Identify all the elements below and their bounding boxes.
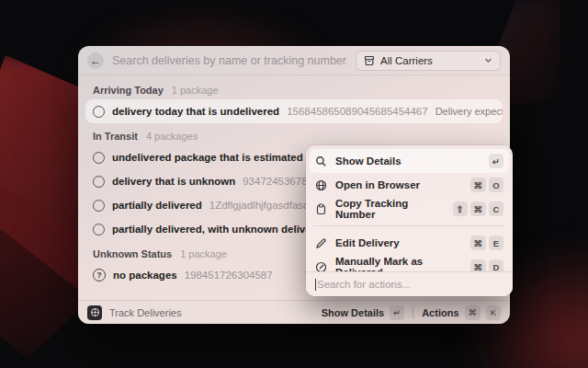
question-circle-icon: ? xyxy=(93,269,106,282)
delivery-title: partially delivered xyxy=(112,200,202,211)
progress-circle-icon xyxy=(93,176,105,188)
section-in-transit: In Transit 4 packages xyxy=(85,123,503,145)
command-key-badge: ⌘ xyxy=(470,236,487,250)
actions-menu: Show Details ↵ Open in Browser ⌘ O xyxy=(306,145,513,296)
window-header: ← All Carriers xyxy=(78,46,510,75)
progress-circle-icon xyxy=(93,106,105,118)
actions-button[interactable]: Actions xyxy=(422,307,458,318)
section-title: In Transit xyxy=(93,131,138,142)
search-input[interactable] xyxy=(112,54,347,67)
menu-item-open-in-browser[interactable]: Open in Browser ⌘ O xyxy=(310,173,509,197)
o-key-badge: O xyxy=(489,178,503,192)
return-key-badge: ↵ xyxy=(390,305,404,320)
desktop: ← All Carriers xyxy=(0,0,588,368)
primary-action-button[interactable]: Show Details xyxy=(322,307,384,318)
command-key-badge: ⌘ xyxy=(465,305,481,320)
command-key-badge: ⌘ xyxy=(470,178,487,192)
tracking-number: 198451726304587 xyxy=(185,270,273,281)
shift-key-badge: ⇧ xyxy=(453,201,468,216)
menu-item-label: Copy Tracking Number xyxy=(335,198,445,220)
menu-item-edit-delivery[interactable]: Edit Delivery ⌘ E xyxy=(310,231,509,255)
magnifier-icon xyxy=(315,155,327,167)
divider xyxy=(413,306,413,318)
clipboard-icon xyxy=(315,203,327,215)
menu-divider xyxy=(313,225,505,226)
delivery-title: no packages xyxy=(113,270,177,281)
progress-circle-icon xyxy=(93,200,105,212)
chevron-down-icon xyxy=(484,56,492,64)
e-key-badge: E xyxy=(489,236,503,250)
menu-item-copy-tracking-number[interactable]: Copy Tracking Number ⇧ ⌘ C xyxy=(310,197,509,221)
pencil-icon xyxy=(315,237,327,249)
section-arriving-today: Arriving Today 1 package xyxy=(85,77,503,99)
actions-menu-list: Show Details ↵ Open in Browser ⌘ O xyxy=(306,145,513,279)
command-key-badge: ⌘ xyxy=(470,201,487,216)
menu-item-show-details[interactable]: Show Details ↵ xyxy=(310,149,509,173)
delivery-title: delivery that is unknown xyxy=(112,176,235,187)
carrier-filter-value: All Carriers xyxy=(380,55,433,66)
section-title: Unknown Status xyxy=(93,248,172,259)
c-key-badge: C xyxy=(489,201,503,216)
section-title: Arriving Today xyxy=(93,85,164,96)
globe-icon xyxy=(315,179,327,191)
extension-icon xyxy=(87,305,102,320)
tracking-number: 156845865089045685454467 xyxy=(287,106,428,117)
package-box-icon xyxy=(364,55,375,66)
section-count: 4 packages xyxy=(146,131,198,142)
app-name: Track Deliveries xyxy=(109,307,181,318)
section-count: 1 package xyxy=(180,248,227,259)
section-count: 1 package xyxy=(172,85,219,96)
actions-search-field[interactable] xyxy=(306,271,513,296)
actions-search-input[interactable] xyxy=(317,279,503,290)
menu-item-label: Show Details xyxy=(335,155,401,167)
delivery-eta: Delivery expected today xyxy=(435,106,503,117)
menu-item-label: Open in Browser xyxy=(335,179,420,190)
carrier-filter-dropdown[interactable]: All Carriers xyxy=(356,51,501,71)
tracking-number: 1Zdflgjadlhjfgasdfasdf xyxy=(209,200,312,211)
status-bar: Track Deliveries Show Details ↵ Actions … xyxy=(78,300,510,324)
progress-circle-icon xyxy=(93,152,105,164)
delivery-title: delivery today that is undelivered xyxy=(112,106,279,117)
list-item-delivery-today[interactable]: delivery today that is undelivered 15684… xyxy=(85,99,503,123)
progress-circle-icon xyxy=(93,224,105,236)
delivery-title: undelivered package that is estimated ah… xyxy=(112,152,336,163)
back-button[interactable]: ← xyxy=(87,52,104,69)
back-arrow-icon: ← xyxy=(90,55,101,66)
menu-item-label: Edit Delivery xyxy=(335,237,400,248)
k-key-badge: K xyxy=(486,305,501,320)
return-key-badge: ↵ xyxy=(489,154,503,168)
text-caret xyxy=(315,279,316,291)
